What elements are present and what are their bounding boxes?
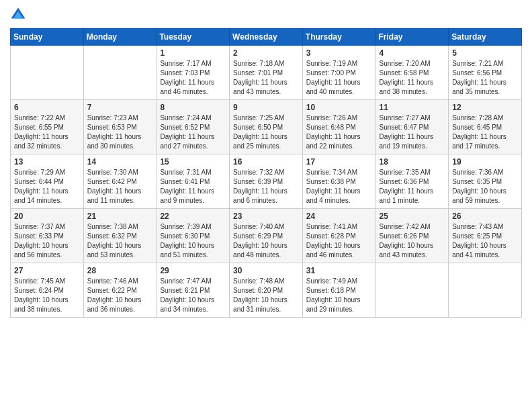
week-row-4: 20Sunrise: 7:37 AM Sunset: 6:33 PM Dayli…: [11, 209, 522, 263]
cell-info: Sunrise: 7:46 AM Sunset: 6:22 PM Dayligh…: [87, 277, 153, 314]
cell-info: Sunrise: 7:36 AM Sunset: 6:35 PM Dayligh…: [452, 168, 518, 205]
calendar-cell: 30Sunrise: 7:48 AM Sunset: 6:20 PM Dayli…: [230, 263, 303, 318]
calendar-cell: 4Sunrise: 7:20 AM Sunset: 6:58 PM Daylig…: [375, 46, 449, 100]
day-header-friday: Friday: [375, 29, 449, 46]
day-header-monday: Monday: [83, 29, 157, 46]
week-row-5: 27Sunrise: 7:45 AM Sunset: 6:24 PM Dayli…: [11, 263, 522, 318]
week-row-2: 6Sunrise: 7:22 AM Sunset: 6:55 PM Daylig…: [11, 100, 522, 154]
calendar-cell: 20Sunrise: 7:37 AM Sunset: 6:33 PM Dayli…: [11, 209, 84, 263]
cell-info: Sunrise: 7:39 AM Sunset: 6:30 PM Dayligh…: [160, 222, 226, 260]
day-number: 4: [380, 48, 445, 58]
calendar-cell: [375, 263, 449, 318]
cell-info: Sunrise: 7:37 AM Sunset: 6:33 PM Dayligh…: [14, 222, 80, 260]
day-number: 2: [233, 48, 299, 58]
day-number: 22: [160, 212, 226, 221]
cell-info: Sunrise: 7:41 AM Sunset: 6:28 PM Dayligh…: [306, 222, 372, 260]
calendar-cell: 15Sunrise: 7:31 AM Sunset: 6:41 PM Dayli…: [157, 154, 230, 209]
calendar-cell: 18Sunrise: 7:35 AM Sunset: 6:36 PM Dayli…: [375, 154, 449, 209]
calendar-cell: 31Sunrise: 7:49 AM Sunset: 6:18 PM Dayli…: [302, 263, 375, 318]
cell-info: Sunrise: 7:19 AM Sunset: 7:00 PM Dayligh…: [306, 59, 372, 97]
day-number: 29: [160, 266, 226, 275]
calendar-table: SundayMondayTuesdayWednesdayThursdayFrid…: [10, 28, 522, 318]
calendar-cell: 21Sunrise: 7:38 AM Sunset: 6:32 PM Dayli…: [83, 209, 157, 263]
day-number: 21: [87, 212, 153, 221]
day-number: 15: [160, 157, 226, 167]
day-number: 1: [160, 48, 226, 58]
calendar-cell: [449, 263, 522, 318]
cell-info: Sunrise: 7:34 AM Sunset: 6:38 PM Dayligh…: [306, 168, 372, 205]
day-number: 8: [160, 103, 226, 112]
calendar-cell: [83, 46, 157, 100]
calendar-cell: 11Sunrise: 7:27 AM Sunset: 6:47 PM Dayli…: [375, 100, 449, 154]
day-header-sunday: Sunday: [11, 29, 84, 46]
day-number: 3: [306, 48, 372, 58]
calendar-cell: 7Sunrise: 7:23 AM Sunset: 6:53 PM Daylig…: [83, 100, 157, 154]
calendar-cell: 3Sunrise: 7:19 AM Sunset: 7:00 PM Daylig…: [302, 46, 375, 100]
day-number: 13: [14, 157, 80, 167]
day-number: 6: [14, 103, 80, 112]
logo: [10, 7, 29, 23]
day-number: 12: [452, 103, 518, 112]
calendar-cell: 12Sunrise: 7:28 AM Sunset: 6:45 PM Dayli…: [449, 100, 522, 154]
day-header-saturday: Saturday: [449, 29, 522, 46]
cell-info: Sunrise: 7:48 AM Sunset: 6:20 PM Dayligh…: [233, 277, 299, 314]
calendar-cell: 28Sunrise: 7:46 AM Sunset: 6:22 PM Dayli…: [83, 263, 157, 318]
cell-info: Sunrise: 7:25 AM Sunset: 6:50 PM Dayligh…: [233, 113, 299, 151]
day-number: 30: [233, 266, 299, 275]
calendar-cell: 25Sunrise: 7:42 AM Sunset: 6:26 PM Dayli…: [375, 209, 449, 263]
day-number: 27: [14, 266, 80, 275]
logo-icon: [10, 7, 26, 23]
cell-info: Sunrise: 7:21 AM Sunset: 6:56 PM Dayligh…: [452, 59, 518, 97]
calendar-cell: [11, 46, 84, 100]
day-number: 10: [306, 103, 372, 112]
week-row-3: 13Sunrise: 7:29 AM Sunset: 6:44 PM Dayli…: [11, 154, 522, 209]
day-number: 31: [306, 266, 372, 275]
cell-info: Sunrise: 7:22 AM Sunset: 6:55 PM Dayligh…: [14, 113, 80, 151]
cell-info: Sunrise: 7:47 AM Sunset: 6:21 PM Dayligh…: [160, 277, 226, 314]
cell-info: Sunrise: 7:38 AM Sunset: 6:32 PM Dayligh…: [87, 222, 153, 260]
day-header-tuesday: Tuesday: [157, 29, 230, 46]
cell-info: Sunrise: 7:40 AM Sunset: 6:29 PM Dayligh…: [233, 222, 299, 260]
cell-info: Sunrise: 7:30 AM Sunset: 6:42 PM Dayligh…: [87, 168, 153, 205]
cell-info: Sunrise: 7:49 AM Sunset: 6:18 PM Dayligh…: [306, 277, 372, 314]
calendar-cell: 23Sunrise: 7:40 AM Sunset: 6:29 PM Dayli…: [230, 209, 303, 263]
cell-info: Sunrise: 7:32 AM Sunset: 6:39 PM Dayligh…: [233, 168, 299, 205]
page-header: [10, 7, 522, 23]
calendar-cell: 8Sunrise: 7:24 AM Sunset: 6:52 PM Daylig…: [157, 100, 230, 154]
day-header-wednesday: Wednesday: [230, 29, 303, 46]
calendar-cell: 5Sunrise: 7:21 AM Sunset: 6:56 PM Daylig…: [449, 46, 522, 100]
cell-info: Sunrise: 7:31 AM Sunset: 6:41 PM Dayligh…: [160, 168, 226, 205]
calendar-cell: 6Sunrise: 7:22 AM Sunset: 6:55 PM Daylig…: [11, 100, 84, 154]
day-number: 5: [452, 48, 518, 58]
cell-info: Sunrise: 7:29 AM Sunset: 6:44 PM Dayligh…: [14, 168, 80, 205]
cell-info: Sunrise: 7:17 AM Sunset: 7:03 PM Dayligh…: [160, 59, 226, 97]
calendar-cell: 13Sunrise: 7:29 AM Sunset: 6:44 PM Dayli…: [11, 154, 84, 209]
cell-info: Sunrise: 7:26 AM Sunset: 6:48 PM Dayligh…: [306, 113, 372, 151]
day-header-thursday: Thursday: [302, 29, 375, 46]
cell-info: Sunrise: 7:24 AM Sunset: 6:52 PM Dayligh…: [160, 113, 226, 151]
calendar-cell: 16Sunrise: 7:32 AM Sunset: 6:39 PM Dayli…: [230, 154, 303, 209]
calendar-body: 1Sunrise: 7:17 AM Sunset: 7:03 PM Daylig…: [11, 46, 522, 318]
calendar-cell: 9Sunrise: 7:25 AM Sunset: 6:50 PM Daylig…: [230, 100, 303, 154]
cell-info: Sunrise: 7:42 AM Sunset: 6:26 PM Dayligh…: [380, 222, 445, 260]
day-number: 7: [87, 103, 153, 112]
day-number: 20: [14, 212, 80, 221]
calendar-cell: 17Sunrise: 7:34 AM Sunset: 6:38 PM Dayli…: [302, 154, 375, 209]
header-row: SundayMondayTuesdayWednesdayThursdayFrid…: [11, 29, 522, 46]
day-number: 18: [380, 157, 445, 167]
calendar-cell: 19Sunrise: 7:36 AM Sunset: 6:35 PM Dayli…: [449, 154, 522, 209]
calendar-cell: 27Sunrise: 7:45 AM Sunset: 6:24 PM Dayli…: [11, 263, 84, 318]
day-number: 16: [233, 157, 299, 167]
calendar-cell: 29Sunrise: 7:47 AM Sunset: 6:21 PM Dayli…: [157, 263, 230, 318]
day-number: 9: [233, 103, 299, 112]
cell-info: Sunrise: 7:43 AM Sunset: 6:25 PM Dayligh…: [452, 222, 518, 260]
calendar-cell: 10Sunrise: 7:26 AM Sunset: 6:48 PM Dayli…: [302, 100, 375, 154]
day-number: 25: [380, 212, 445, 221]
day-number: 23: [233, 212, 299, 221]
calendar-cell: 2Sunrise: 7:18 AM Sunset: 7:01 PM Daylig…: [230, 46, 303, 100]
day-number: 14: [87, 157, 153, 167]
day-number: 19: [452, 157, 518, 167]
calendar-cell: 1Sunrise: 7:17 AM Sunset: 7:03 PM Daylig…: [157, 46, 230, 100]
calendar-header: SundayMondayTuesdayWednesdayThursdayFrid…: [11, 29, 522, 46]
cell-info: Sunrise: 7:45 AM Sunset: 6:24 PM Dayligh…: [14, 277, 80, 314]
